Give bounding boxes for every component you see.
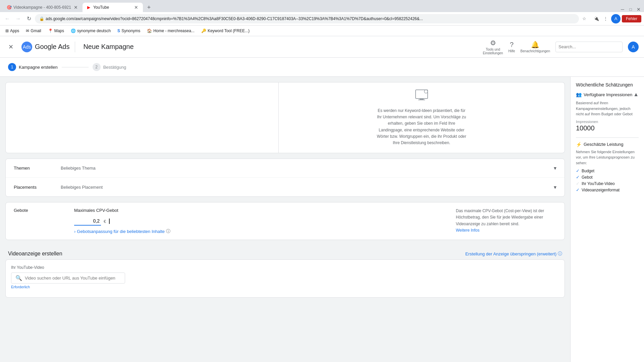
app-logo-text: Google Ads: [35, 43, 69, 51]
bell-icon: 🔔: [531, 41, 539, 49]
close-window-button[interactable]: ✕: [636, 7, 641, 12]
cursor-indicator: [109, 219, 110, 224]
gebote-section: Gebote Maximales CPV-Gebot € › Gebotsanp…: [5, 202, 565, 240]
tab-close-youtube[interactable]: ✕: [133, 4, 139, 11]
new-tab-button[interactable]: +: [144, 3, 154, 12]
placements-dropdown-text: Beliebiges Placement: [61, 185, 103, 190]
tab-favicon-youtube: ▶: [87, 5, 91, 10]
user-profile-button[interactable]: A: [611, 14, 621, 23]
tab-bar: 🎯 Videokampagne - 400-805-6921 ✕ ▶ YouTu…: [0, 0, 644, 12]
checklist-item-budget: ✓ Budget: [576, 168, 639, 173]
bookmark-keyword-icon: 🔑: [201, 28, 206, 33]
bid-value-input[interactable]: [74, 217, 101, 226]
youtube-video-input-panel: Ihr YouTube-Video 🔍 Erforderlich: [11, 265, 125, 292]
skip-link-text: Erstellung der Anzeige überspringen (erw…: [465, 251, 556, 256]
bid-adjust-info-icon: ⓘ: [166, 228, 170, 234]
monitor-icon: [415, 89, 428, 104]
bookmark-synonyme-icon: 🌐: [71, 28, 76, 33]
bookmark-star[interactable]: ☆: [580, 15, 588, 23]
maximize-button[interactable]: □: [628, 7, 633, 12]
tools-settings-button[interactable]: ⚙ Tools und Einstellungen: [483, 39, 503, 55]
impressions-metric-label: Impressionen: [576, 120, 639, 124]
placements-label: Placements: [14, 185, 61, 190]
bookmark-gmail[interactable]: ✉ Gmail: [23, 27, 44, 35]
refresh-button[interactable]: ↻: [24, 14, 34, 23]
bookmark-keyword[interactable]: 🔑 Keyword Tool (FREE...): [199, 27, 252, 35]
close-campaign-button[interactable]: ✕: [5, 42, 16, 52]
themen-dropdown[interactable]: Beliebiges Thema: [61, 166, 554, 171]
youtube-video-label: Ihr YouTube-Video: [11, 265, 125, 270]
checklist-budget-label: Budget: [582, 169, 594, 173]
notifications-button[interactable]: 🔔 Benachrichtigungen: [521, 41, 550, 53]
more-options-button[interactable]: ⋮: [602, 15, 610, 23]
impressions-collapse-button[interactable]: ▲: [633, 92, 639, 98]
header-search-input[interactable]: [555, 42, 623, 52]
address-field[interactable]: 🔒 ads.google.com/aw/campaigns/new/video?…: [35, 14, 579, 23]
error-button[interactable]: Fehler: [622, 15, 641, 22]
stepper-bar: 1 Kampagne erstellen 2 Bestätigung: [0, 58, 644, 77]
step-connector: [62, 67, 89, 67]
gebote-left: Gebote: [14, 208, 61, 213]
bookmark-synonyme[interactable]: 🌐 synonyme deutsch: [68, 27, 113, 35]
themen-label: Themen: [14, 166, 61, 171]
checklist-item-gebot: ✓ Gebot: [576, 175, 639, 180]
back-button[interactable]: ←: [3, 14, 12, 23]
bookmark-home[interactable]: 🏠 Home - merchreasea...: [144, 27, 197, 35]
bookmark-apps[interactable]: ⊞ Apps: [3, 27, 22, 35]
check-format-icon: ✓: [576, 187, 580, 192]
bookmarks-bar: ⊞ Apps ✉ Gmail 📍 Maps 🌐 synonyme deutsch…: [0, 25, 644, 36]
bookmark-synonyme-label: synonyme deutsch: [77, 28, 111, 33]
close-icon: ✕: [8, 43, 13, 51]
forward-button[interactable]: →: [13, 14, 23, 23]
video-search-row: 🔍: [11, 273, 125, 284]
svg-rect-3: [420, 99, 424, 100]
themen-placements-section: Themen Beliebiges Thema ▾ Placements Bel…: [5, 159, 565, 197]
keyword-left-panel: [5, 82, 279, 153]
help-button[interactable]: ? Hilfe: [508, 41, 515, 53]
minimize-button[interactable]: ─: [620, 7, 625, 12]
address-text: ads.google.com/aw/campaigns/new/video?oc…: [46, 16, 423, 21]
placements-dropdown[interactable]: Beliebiges Placement: [61, 185, 554, 190]
checklist-youtube-label: Ihr YouTube-Video: [582, 181, 615, 186]
app-header: ✕ Ads Google Ads Neue Kampagne ⚙ Tools u…: [0, 36, 644, 58]
bookmark-gmail-icon: ✉: [26, 28, 29, 33]
panel-divider: [576, 137, 639, 138]
step-1-circle: 1: [8, 63, 16, 71]
skip-ad-creation-link[interactable]: Erstellung der Anzeige überspringen (erw…: [465, 251, 562, 257]
tab-videokampagne[interactable]: 🎯 Videokampagne - 400-805-6921 ✕: [3, 3, 83, 12]
performance-description: Nehmen Sie folgende Einstellungen vor, u…: [576, 149, 639, 166]
checklist-item-format: ✓ Videoanzeigenformat: [576, 187, 639, 192]
check-youtube-icon: ✓: [576, 181, 580, 186]
step-2-label: Bestätigung: [103, 65, 126, 70]
video-section-wrapper: Videoanzeige erstellen Erstellung der An…: [0, 245, 570, 298]
gebote-more-info-link[interactable]: Weitere Infos: [456, 228, 479, 233]
bid-currency: €: [104, 219, 106, 224]
performance-section: ⚡ Geschätzte Leistung Nehmen Sie folgend…: [576, 142, 639, 193]
placements-dropdown-arrow[interactable]: ▾: [554, 184, 556, 190]
themen-dropdown-arrow[interactable]: ▾: [554, 165, 556, 171]
help-icon: ?: [510, 41, 514, 49]
extensions-button[interactable]: 🔌: [592, 15, 600, 23]
user-avatar[interactable]: A: [628, 42, 639, 52]
bookmark-apps-label: Apps: [10, 28, 19, 33]
gebote-right: Das maximale CPV-Gebot (Cost-per-View) i…: [456, 208, 556, 234]
main-layout: Es werden nur Keyword-Ideen präsentiert,…: [0, 77, 644, 362]
video-search-input[interactable]: [25, 276, 121, 281]
checklist-gebot-label: Gebot: [582, 175, 593, 180]
bid-adjust-link[interactable]: › Gebotsanpassung für die beliebtesten I…: [74, 228, 442, 234]
bookmark-synonyms[interactable]: S Synonyms: [115, 27, 143, 35]
right-panel: Wöchentliche Schätzungen 👥 Verfügbare Im…: [570, 77, 644, 362]
bookmark-home-label: Home - merchreasea...: [153, 28, 195, 33]
tab-close-videokampagne[interactable]: ✕: [73, 4, 78, 11]
bookmark-maps-icon: 📍: [48, 28, 53, 33]
app-container: ✕ Ads Google Ads Neue Kampagne ⚙ Tools u…: [0, 36, 644, 362]
impressions-people-icon: 👥: [576, 92, 582, 97]
check-gebot-icon: ✓: [576, 175, 580, 180]
bookmark-gmail-label: Gmail: [31, 28, 41, 33]
bookmark-maps[interactable]: 📍 Maps: [45, 27, 67, 35]
impressions-section-header: 👥 Verfügbare Impressionen ▲: [576, 92, 639, 98]
performance-icon: ⚡: [576, 142, 582, 147]
browser-chrome: 🎯 Videokampagne - 400-805-6921 ✕ ▶ YouTu…: [0, 0, 644, 36]
tab-youtube[interactable]: ▶ YouTube ✕: [83, 3, 143, 12]
notifications-label: Benachrichtigungen: [521, 49, 550, 53]
